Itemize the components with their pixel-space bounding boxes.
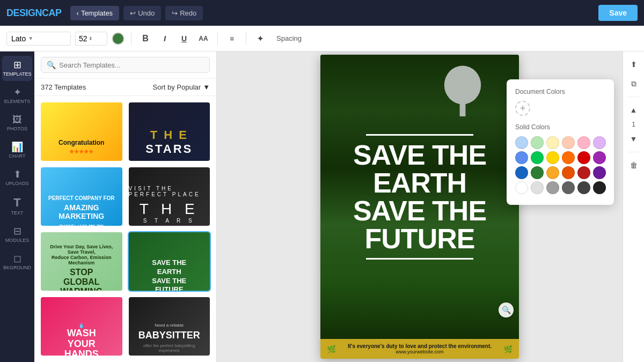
sidebar-item-uploads[interactable]: ⬆ UPLOADS [2, 165, 32, 190]
solid-colors-title: Solid Colors [515, 123, 605, 131]
color-swatch[interactable] [577, 166, 590, 179]
color-swatch[interactable] [531, 166, 544, 179]
template-card-6[interactable]: SAVE THEEARTHSAVE THEFUTURE [128, 231, 211, 292]
color-swatch[interactable] [515, 151, 528, 164]
search-input[interactable] [59, 61, 204, 69]
color-swatch[interactable] [562, 181, 575, 194]
canvas-area: Document Colors + Solid Colors [217, 51, 623, 362]
aa-button[interactable]: AA [196, 31, 211, 46]
sidebar-elements-label: ELEMENTS [4, 99, 31, 104]
sort-label: Sort by Popular [153, 83, 201, 91]
sidebar-item-text[interactable]: T TEXT [2, 193, 32, 220]
canvas-main-title[interactable]: SAVE THEEARTHSAVE THEFUTURE [353, 141, 486, 253]
chevron-down-icon: ▼ [28, 35, 33, 41]
arrow-up-button[interactable]: ▲ [625, 101, 642, 119]
sidebar-photos-label: PHOTOS [7, 126, 27, 131]
add-color-button[interactable]: + [515, 101, 530, 116]
spacing-button[interactable]: Spacing [272, 32, 306, 45]
sidebar-item-elements[interactable]: ✦ ELEMENTS [2, 83, 32, 108]
sidebar-modules-label: MODULES [5, 238, 30, 243]
chevron-down-icon: ▼ [203, 83, 210, 91]
color-swatch[interactable] [593, 166, 606, 179]
template-card-8[interactable]: Need a reliable BABYSITTER offer the per… [128, 296, 211, 357]
color-swatch[interactable] [593, 136, 606, 149]
top-line [366, 134, 473, 136]
sidebar-bkground-label: BKGROUND [3, 265, 31, 270]
color-swatch[interactable] [577, 151, 590, 164]
template-card-5[interactable]: Drive Your Day, Save Lives, Save Travel,… [40, 231, 123, 292]
sidebar-text-label: TEXT [11, 210, 23, 216]
color-swatch[interactable] [531, 181, 544, 194]
color-swatch[interactable] [531, 136, 544, 149]
color-swatch[interactable] [546, 136, 559, 149]
logo-cap: CAP [42, 8, 62, 18]
color-swatch[interactable] [562, 136, 575, 149]
delete-button[interactable]: 🗑 [625, 157, 642, 174]
color-row-1 [515, 136, 605, 149]
share-button[interactable]: ⬆ [625, 56, 642, 73]
search-container: 🔍 [41, 57, 210, 73]
sidebar-item-templates[interactable]: ⊞ TEMPLATES [2, 56, 32, 81]
color-swatch[interactable] [515, 166, 528, 179]
right-panel: ⬆ ⧉ ▲ 1 ▼ 🗑 [623, 51, 644, 362]
text-color-picker[interactable] [112, 32, 125, 45]
templates-icon: ⊞ [13, 60, 21, 70]
color-swatch[interactable] [577, 181, 590, 194]
template-card-7[interactable]: 💧 WASHYOURHANDS [40, 296, 123, 357]
color-swatch[interactable] [593, 181, 606, 194]
redo-icon: ↪ [172, 9, 178, 17]
leaf-icon-left: 🌿 [327, 345, 336, 353]
font-size-selector[interactable]: 52 ⬍ [75, 32, 107, 46]
color-swatch[interactable] [515, 181, 528, 194]
template-count: 372 Templates [41, 83, 86, 91]
italic-button[interactable]: I [157, 31, 172, 46]
save-button[interactable]: Save [598, 5, 638, 21]
doc-colors-title: Document Colors [515, 88, 605, 95]
template-card-3[interactable]: PERFECT COMPANY FOR AMAZINGMARKETING PHO… [40, 166, 123, 227]
color-swatch[interactable] [562, 166, 575, 179]
right-panel-divider-1 [627, 97, 640, 97]
right-panel-divider-2 [627, 152, 640, 152]
color-swatch[interactable] [593, 151, 606, 164]
bold-button[interactable]: B [138, 31, 153, 46]
color-swatch[interactable] [515, 136, 528, 149]
templates-nav-button[interactable]: ‹ Templates [70, 6, 120, 20]
color-swatch[interactable] [577, 136, 590, 149]
template-card-2[interactable]: T H E STARS FOLLOW YOUR DREAMS [128, 101, 211, 162]
sidebar-item-bkground[interactable]: ◻ BKGROUND [2, 249, 32, 275]
font-family-selector[interactable]: Lato ▼ [6, 32, 71, 46]
color-swatch[interactable] [562, 151, 575, 164]
text-align-button[interactable]: ≡ [224, 31, 239, 46]
sort-button[interactable]: Sort by Popular ▼ [153, 83, 210, 91]
effects-button[interactable]: ✦ [253, 31, 268, 46]
color-swatch[interactable] [531, 151, 544, 164]
sidebar-item-photos[interactable]: 🖼 PHOTOS [2, 110, 32, 136]
template-card-4[interactable]: VISIT THE PERFECT PLACE T H E S T A R S … [128, 166, 211, 227]
template-card-1[interactable]: Congratulation ★★★★★ [40, 101, 123, 162]
italic-label: I [164, 34, 166, 43]
aa-label: AA [199, 35, 208, 42]
sidebar-item-chart[interactable]: 📊 CHART [2, 138, 32, 163]
copy-button[interactable]: ⧉ [625, 75, 642, 92]
text-icon: T [13, 197, 20, 209]
chevron-up-down-icon: ⬍ [89, 36, 93, 41]
arrow-down-button[interactable]: ▼ [625, 130, 642, 147]
photos-icon: 🖼 [12, 115, 22, 124]
undo-button[interactable]: ↩ Undo [123, 6, 161, 20]
sidebar-item-modules[interactable]: ⊟ MODULES [2, 222, 32, 247]
page-number: 1 [632, 121, 635, 128]
background-icon: ◻ [13, 254, 21, 263]
canvas-card[interactable]: SAVE THEEARTHSAVE THEFUTURE 🔍 🌿 It's eve… [320, 55, 519, 359]
color-picker-popup: Document Colors + Solid Colors [507, 79, 614, 205]
canvas-background: SAVE THEEARTHSAVE THEFUTURE 🔍 [320, 55, 519, 339]
left-sidebar: ⊞ TEMPLATES ✦ ELEMENTS 🖼 PHOTOS 📊 CHART … [0, 51, 34, 362]
zoom-button[interactable]: 🔍 [499, 302, 514, 317]
color-swatch[interactable] [546, 166, 559, 179]
elements-icon: ✦ [13, 87, 21, 97]
chevron-left-icon: ‹ [77, 9, 79, 17]
underline-button[interactable]: U [177, 31, 192, 46]
redo-button[interactable]: ↪ Redo [165, 6, 203, 20]
color-swatch[interactable] [546, 151, 559, 164]
color-swatch[interactable] [546, 181, 559, 194]
bottom-line [366, 258, 473, 260]
